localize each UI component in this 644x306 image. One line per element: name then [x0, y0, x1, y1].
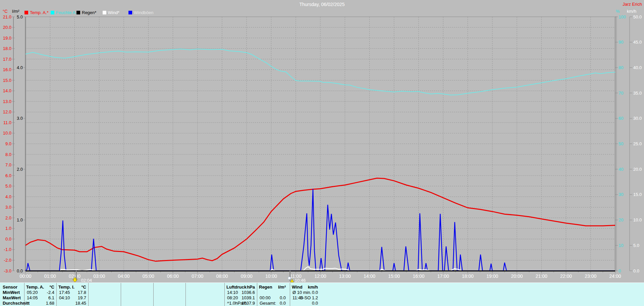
temp-tick-label: 3.0: [5, 205, 11, 210]
time-tick-label: 23:00: [585, 273, 596, 279]
humidity-tick-label: 60: [619, 116, 623, 121]
legend-swatch-icon: [103, 11, 106, 14]
wind-tick-label: 30.0: [633, 116, 642, 121]
time-tick-label: 09:00: [241, 273, 253, 279]
wind-tick-label: 20.0: [633, 167, 642, 172]
temp-tick-label: 2.0: [5, 215, 11, 220]
temp-axis-unit: °C: [3, 9, 8, 14]
time-tick-label: 01:00: [44, 273, 56, 279]
time-tick-label: 13:00: [339, 273, 351, 279]
temp-tick-label: 4.0: [5, 194, 11, 199]
table-cell: 17.8: [56, 290, 86, 295]
legend-swatch-icon: [76, 11, 80, 14]
temp-tick-label: 16.0: [3, 67, 11, 72]
table-separator: [88, 283, 89, 306]
temp-tick-label: 19.0: [3, 36, 11, 41]
stats-table: SensorMinWertMaxWertDurchschnittTemp. A.…: [0, 283, 644, 306]
wind-tick-label: 45.0: [633, 40, 642, 45]
legend-item: Feuchte A.*: [51, 10, 78, 15]
time-tick-label: 08:00: [216, 273, 228, 279]
table-cell: 0.0: [257, 295, 286, 300]
table-cell: 0.0: [290, 290, 318, 295]
weather-chart: 21.020.019.018.017.016.015.014.013.012.0…: [0, 0, 644, 306]
humidity-tick-label: 0: [619, 268, 621, 273]
temp-tick-label: -1.0: [4, 247, 11, 252]
wind-tick-label: 25.0: [633, 141, 642, 146]
humidity-tick-label: 70: [619, 91, 623, 96]
table-cell: S-SO 1.2: [290, 295, 318, 300]
time-tick-label: 14:00: [364, 273, 375, 279]
temp-tick-label: 12.0: [3, 109, 11, 114]
author-label: Jarz Erich: [623, 2, 642, 7]
temp-tick-label: 18.0: [3, 46, 11, 51]
temp-tick-label: 13.0: [3, 99, 11, 104]
temp-tick-label: -2.0: [4, 258, 11, 263]
time-tick-label: 16:00: [413, 273, 424, 279]
temp-tick-label: 6.0: [5, 173, 11, 178]
table-cell: MaxWert: [3, 295, 21, 300]
humidity-tick-label: 50: [619, 141, 623, 146]
table-cell: -2.4: [24, 290, 54, 295]
table-cell: 19.7: [56, 295, 86, 300]
temp-tick-label: 8.0: [5, 152, 11, 157]
temp-tick-label: 17.0: [3, 57, 11, 62]
time-tick-label: 18:00: [462, 273, 474, 279]
temp-tick-label: 9.0: [5, 141, 11, 146]
marker-time-label: 10:46: [295, 278, 306, 283]
moonrise-icon: [290, 279, 294, 282]
time-tick-label: 17:00: [437, 273, 449, 279]
time-tick-label: 20:00: [511, 273, 523, 279]
wind-tick-label: 50.0: [633, 14, 642, 19]
time-tick-label: 00:00: [19, 273, 31, 279]
table-cell: hPa: [224, 285, 255, 290]
table-cell: l/m²: [257, 285, 286, 290]
table-separator: [185, 283, 186, 306]
table-cell: °C: [24, 285, 54, 290]
wind-tick-label: 5.0: [633, 243, 639, 248]
rain-tick-label: 4.0: [17, 65, 23, 70]
table-cell: 1037.9: [224, 301, 255, 306]
temp-tick-label: 15.0: [3, 78, 11, 83]
temp-tick-label: 11.0: [3, 120, 11, 125]
legend-item: Wind*: [103, 10, 120, 15]
wind-tick-label: 15.0: [633, 192, 642, 197]
rain-tick-label: 1.0: [17, 217, 23, 222]
marker-time-label: 02:04: [81, 278, 92, 283]
wind-tick-label: 0.0: [633, 268, 639, 273]
table-cell: 1039.1: [224, 295, 255, 300]
time-tick-label: 22:00: [560, 273, 572, 279]
temp-tick-label: 7.0: [5, 162, 11, 167]
table-cell: 18.45: [56, 301, 86, 306]
time-tick-label: 12:00: [314, 273, 326, 279]
time-tick-label: 24:00: [609, 273, 621, 279]
humidity-tick-label: 10: [619, 243, 623, 248]
temp-tick-label: 0.0: [5, 237, 11, 242]
page-title: Thursday, 06/02/2025: [0, 2, 644, 7]
wind-tick-label: 10.0: [633, 217, 642, 222]
weather-station-app: 21.020.019.018.017.016.015.014.013.012.0…: [0, 0, 644, 306]
table-cell: MinWert: [3, 290, 20, 295]
temp-tick-label: 21.0: [3, 14, 11, 19]
time-tick-label: 04:00: [118, 273, 129, 279]
table-separator: [153, 283, 154, 306]
wind-tick-label: 35.0: [633, 91, 642, 96]
legend-item: Regen*: [76, 10, 96, 15]
table-separator: [121, 283, 121, 306]
humidity-tick-label: 90: [619, 40, 623, 45]
temp-tick-label: -3.0: [4, 268, 11, 273]
legend-label: Temp. A.*: [30, 10, 49, 15]
time-tick-label: 03:00: [93, 273, 105, 279]
table-cell: 0.0: [290, 301, 318, 306]
table-cell: 6.1: [24, 295, 54, 300]
temp-tick-label: 1.0: [5, 226, 11, 231]
wind-axis-unit: km/h: [627, 9, 636, 14]
wind-tick-label: 40.0: [633, 65, 642, 70]
moon-icon: [288, 277, 291, 279]
humidity-tick-label: 80: [619, 65, 623, 70]
legend-swatch-icon: [128, 11, 132, 14]
time-tick-label: 15:00: [388, 273, 400, 279]
rain-tick-label: 3.0: [17, 116, 23, 121]
legend-label: Windböen: [134, 10, 154, 15]
time-tick-label: 21:00: [536, 273, 547, 279]
temp-tick-label: 10.0: [3, 131, 11, 136]
